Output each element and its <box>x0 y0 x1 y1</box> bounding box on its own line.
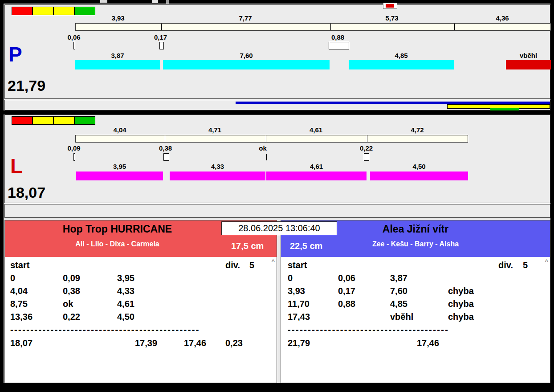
div-label: div. <box>225 260 240 270</box>
split-label: 4,61 <box>265 126 367 134</box>
gap-marker <box>163 153 169 161</box>
ruler-tick <box>266 135 266 142</box>
datetime-display: 28.06.2025 13:06:40 <box>221 221 337 235</box>
team-members: Ali - Lilo - Dixa - Carmela <box>5 240 230 248</box>
cell-gap: ok <box>63 298 73 309</box>
jump-height: 17,5 cm <box>231 241 264 251</box>
cell-gap: 0,17 <box>338 286 355 296</box>
table-row: 4,04 0,38 4,33 <box>5 286 277 297</box>
run-bar <box>163 60 330 69</box>
lane-total-l: 18,07 <box>8 185 45 200</box>
cell-gap: 0,09 <box>63 273 80 283</box>
cell-split: 4,33 <box>117 286 134 296</box>
light-yellow-icon <box>33 7 53 15</box>
light-green-icon <box>74 116 95 125</box>
gap-marker <box>159 42 164 49</box>
run-bar <box>266 172 367 180</box>
cell-split: 4,61 <box>117 298 134 309</box>
table-row: 13,36 0,22 4,50 <box>5 311 277 323</box>
cell-fault: chyba <box>448 311 474 322</box>
gap-label: 0,22 <box>354 144 379 152</box>
run-bar <box>76 172 163 180</box>
separator-line: ---------------------------------------- <box>288 324 449 335</box>
cell-fault: chyba <box>448 286 474 296</box>
light-yellow-icon <box>33 116 53 125</box>
cell-split: vběhl <box>390 311 413 322</box>
total-time: 21,79 <box>288 338 310 348</box>
total-row: 18,07 17,39 17,46 0,23 <box>5 338 277 349</box>
run-bar-label: 7,60 <box>163 52 330 59</box>
cell-gap: 0,22 <box>63 311 80 322</box>
separator-line: ----------------------------------------… <box>10 324 200 335</box>
total-time: 18,07 <box>10 338 33 348</box>
split-label: 7,77 <box>161 14 330 22</box>
separator-row: ----------------------------------------… <box>5 324 277 336</box>
gap-label: ok <box>252 144 274 152</box>
div-value: 5 <box>249 260 254 270</box>
run-bar-label: 4,50 <box>370 163 468 170</box>
table-row: 17,43 vběhl chyba <box>281 311 550 323</box>
record-indicator <box>383 3 397 9</box>
start-lights-l <box>12 116 95 125</box>
gap-marker-tick <box>266 154 267 160</box>
toolbar-fragment <box>152 0 158 3</box>
gap-label: 0,17 <box>148 33 173 41</box>
ruler-tick <box>330 24 331 30</box>
run-bar <box>370 172 468 180</box>
split-label: 5,73 <box>330 14 454 22</box>
table-row: 11,70 0,88 4,85 chyba <box>281 298 550 310</box>
cell-time: 0 <box>10 273 15 283</box>
toolbar-fragment <box>100 0 107 3</box>
run-bar-label: 4,85 <box>349 52 454 59</box>
total-value: 17,39 <box>135 338 157 348</box>
cell-time: 3,93 <box>288 286 305 296</box>
total-value: 17,46 <box>417 338 439 348</box>
table-header-row: start div. 5 <box>281 260 550 271</box>
cell-split: 3,87 <box>390 273 407 283</box>
cell-time: 11,70 <box>288 298 310 309</box>
total-row: 21,79 17,46 <box>281 338 550 349</box>
gap-marker <box>364 153 369 161</box>
split-ruler-l <box>75 135 468 143</box>
light-yellow-icon <box>53 116 74 125</box>
gap-label: 0,09 <box>63 144 85 152</box>
cell-split: 4,50 <box>117 311 134 322</box>
progress-strip-l <box>4 204 550 218</box>
ruler-tick <box>367 135 367 142</box>
lane-panel-p: 3,93 7,77 5,73 4,36 0,06 0,17 0,88 P 3,8… <box>4 4 550 99</box>
red-indicator-icon <box>386 4 394 8</box>
run-bar <box>170 172 265 180</box>
separator-row: ---------------------------------------- <box>281 324 550 336</box>
cell-time: 8,75 <box>10 298 28 309</box>
progress-line <box>236 102 550 104</box>
total-value: 0,23 <box>225 338 243 348</box>
section-divider <box>4 110 550 114</box>
lane-total-p: 21,79 <box>8 78 45 93</box>
run-bar-label: 4,61 <box>266 163 367 170</box>
gap-marker <box>73 42 75 49</box>
split-label: 4,36 <box>454 14 551 22</box>
run-bar <box>75 60 160 69</box>
split-ruler-p <box>75 23 551 31</box>
run-bar-label: 4,33 <box>170 163 265 170</box>
table-header-row: start div. 5 <box>5 260 277 271</box>
table-row: 0 0,06 3,87 <box>281 273 550 284</box>
cell-split: 7,60 <box>390 286 407 296</box>
cell-gap: 0,06 <box>338 273 355 283</box>
cell-time: 0 <box>288 273 293 283</box>
run-bar <box>349 60 454 69</box>
results-area-right: ^ start div. 5 0 0,06 3,87 3,93 0,17 7,6… <box>281 257 550 383</box>
cell-fault: chyba <box>448 298 474 309</box>
gap-marker <box>73 153 75 161</box>
cell-split: 3,95 <box>117 273 134 283</box>
ruler-tick <box>161 24 162 30</box>
table-row: 3,93 0,17 7,60 chyba <box>281 286 550 297</box>
lane-letter-l: L <box>10 156 23 176</box>
cell-gap: 0,88 <box>338 298 355 309</box>
scoreboard-right: Alea Jižní vítr Zee - Kešu - Barry - Ais… <box>281 220 550 383</box>
scoreboard-left: Hop Trop HURRICANE Ali - Lilo - Dixa - C… <box>4 220 277 383</box>
table-row: 8,75 ok 4,61 <box>5 298 277 310</box>
split-label: 4,72 <box>367 126 468 134</box>
run-bar-label: 3,87 <box>75 52 160 59</box>
lane-letter-p: P <box>8 44 22 65</box>
